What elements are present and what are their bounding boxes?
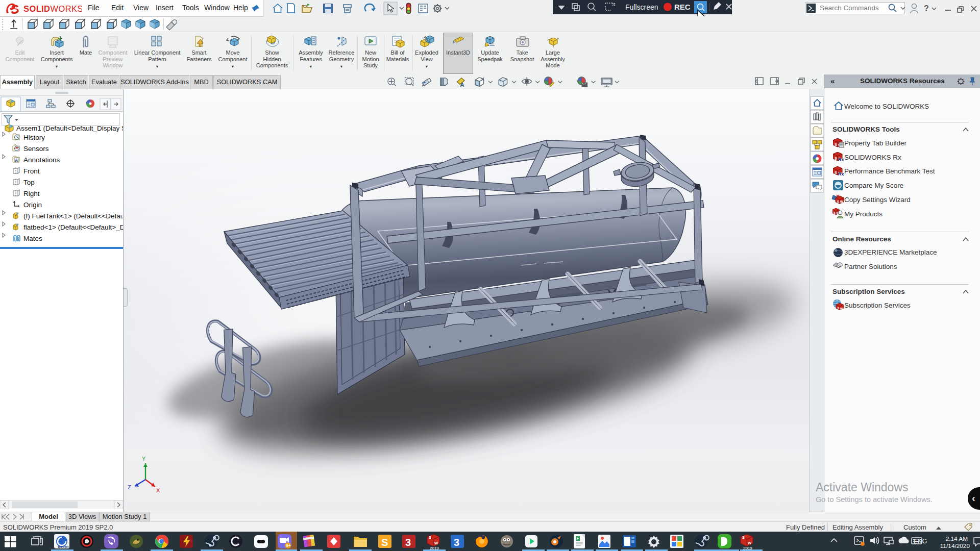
svg-text:Rx: Rx [838, 171, 844, 176]
svg-text:Front: Front [23, 167, 40, 175]
svg-text:Assem1 (Default<Default_Displ: Assem1 (Default<Default_Display State- [16, 124, 123, 132]
svg-text:S: S [429, 535, 431, 540]
svg-text:REC: REC [674, 3, 691, 11]
svg-text:X: X [156, 487, 160, 493]
svg-text:Right: Right [23, 190, 40, 197]
svg-text:9+: 9+ [286, 543, 291, 548]
svg-text:Annotations: Annotations [23, 156, 60, 164]
svg-text:flatbed<1> (Default<<Default>_: flatbed<1> (Default<<Default>_Disp [23, 223, 123, 231]
svg-text:trocen: trocen [58, 545, 68, 548]
svg-text:Origin: Origin [23, 201, 42, 209]
svg-text:Top: Top [23, 179, 35, 186]
svg-text:ENG: ENG [914, 538, 927, 545]
svg-text:W: W [434, 541, 438, 545]
svg-text:History: History [23, 134, 45, 141]
svg-text:Rx: Rx [838, 157, 844, 162]
svg-text:?: ? [924, 4, 929, 13]
svg-text:Y: Y [142, 456, 146, 462]
svg-text:W: W [748, 541, 752, 545]
svg-text:Mates: Mates [23, 235, 42, 242]
svg-text:2:14 AM: 2:14 AM [946, 535, 968, 542]
svg-text:SOLIDWORKS: SOLIDWORKS [23, 4, 82, 13]
svg-text:A: A [460, 82, 464, 88]
svg-text:11/14/2020: 11/14/2020 [940, 542, 970, 549]
svg-text:A: A [15, 158, 18, 163]
svg-text:S: S [742, 535, 745, 540]
svg-text:(f) FuelTank<1> (Default<<Defa: (f) FuelTank<1> (Default<<Default> [23, 212, 123, 220]
svg-text:Fullscreen: Fullscreen [625, 3, 658, 11]
svg-text:3: 3 [454, 537, 459, 548]
svg-text:Sensors: Sensors [23, 145, 49, 153]
svg-text:3: 3 [405, 537, 411, 548]
svg-text:S: S [381, 537, 388, 548]
svg-text:Z: Z [128, 484, 131, 490]
